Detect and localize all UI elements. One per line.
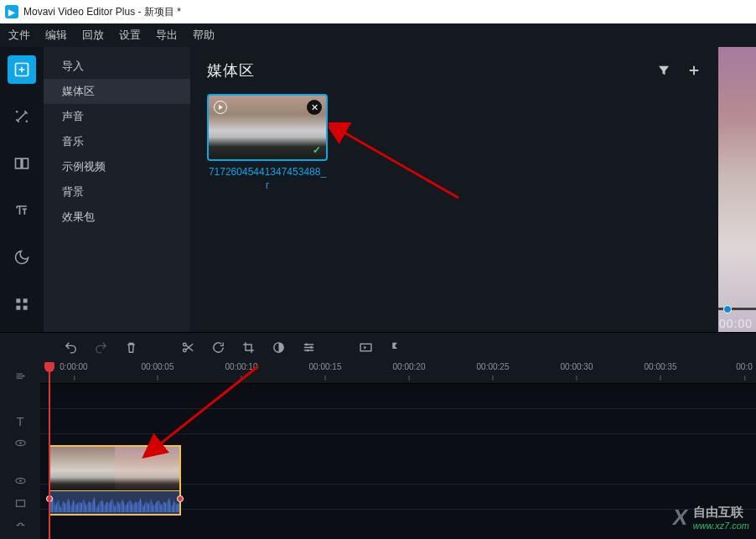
undo-button[interactable] bbox=[57, 336, 84, 360]
svg-point-20 bbox=[19, 480, 22, 483]
svg-point-2 bbox=[26, 121, 28, 123]
timeline-body[interactable]: 0:00:00 00:00:05 00:00:10 00:00:15 00:00… bbox=[40, 362, 756, 539]
ruler-tick: 00:00:05 bbox=[142, 362, 174, 371]
clip-audio-waveform bbox=[50, 490, 179, 514]
watermark-logo: X bbox=[671, 505, 691, 531]
svg-line-9 bbox=[341, 131, 458, 198]
sidebar-item-music[interactable]: 音乐 bbox=[44, 129, 190, 154]
svg-rect-4 bbox=[23, 158, 28, 168]
transition-icon bbox=[13, 155, 30, 172]
preview-panel: 00:00 bbox=[718, 47, 756, 332]
play-overlay-icon[interactable] bbox=[214, 101, 227, 114]
media-clip-card[interactable]: ✓ 71726045441347453488_r bbox=[207, 94, 328, 192]
timeline: T 0:00:00 00:00:05 00:00:10 00:00:15 00:… bbox=[0, 362, 756, 539]
clip-trim-right[interactable] bbox=[177, 495, 184, 502]
menu-file[interactable]: 文件 bbox=[8, 28, 30, 43]
video-track-icon[interactable] bbox=[8, 495, 32, 511]
add-track-button[interactable] bbox=[8, 367, 32, 384]
link-track-icon[interactable] bbox=[8, 517, 32, 534]
rail-more-button[interactable] bbox=[8, 290, 36, 319]
split-button[interactable] bbox=[174, 336, 201, 360]
add-icon[interactable] bbox=[686, 63, 702, 78]
grid-icon bbox=[13, 296, 30, 313]
watermark-url: www.xz7.com bbox=[693, 521, 749, 531]
moon-icon bbox=[13, 249, 30, 266]
media-clip-label: 71726045441347453488_r bbox=[207, 166, 328, 192]
filter-icon[interactable] bbox=[656, 63, 671, 78]
title-track[interactable] bbox=[40, 409, 756, 434]
plus-square-icon bbox=[13, 61, 30, 78]
rail-titles-button[interactable] bbox=[8, 196, 36, 225]
timeline-left-rail: T bbox=[0, 362, 40, 539]
rail-stickers-button[interactable] bbox=[8, 243, 36, 272]
text-icon bbox=[13, 202, 30, 219]
tool-rail bbox=[0, 47, 44, 332]
window-title: Movavi Video Editor Plus - 新项目 * bbox=[23, 5, 181, 19]
preview-time: 00:00 bbox=[719, 317, 753, 330]
svg-point-15 bbox=[306, 350, 308, 352]
crop-button[interactable] bbox=[235, 336, 261, 360]
sidebar-item-sounds[interactable]: 声音 bbox=[44, 104, 190, 129]
transition-wizard-button[interactable] bbox=[352, 336, 379, 360]
video-track-visibility[interactable] bbox=[8, 473, 32, 490]
panel-title: 媒体区 bbox=[207, 60, 255, 80]
main-area: 导入 媒体区 声音 音乐 示例视频 背景 效果包 媒体区 ✓ 717260454… bbox=[0, 47, 756, 332]
menu-playback[interactable]: 回放 bbox=[82, 28, 104, 43]
timeline-toolbar bbox=[0, 332, 756, 362]
timeline-clip[interactable] bbox=[49, 445, 181, 516]
ruler-tick: 0:00:00 bbox=[60, 362, 87, 371]
overlay-track[interactable] bbox=[40, 384, 756, 409]
remove-clip-button[interactable] bbox=[307, 100, 322, 115]
redo-button[interactable] bbox=[87, 336, 114, 360]
playhead[interactable] bbox=[49, 362, 50, 539]
watermark: X 自由互联 www.xz7.com bbox=[673, 505, 749, 531]
clip-properties-button[interactable] bbox=[295, 336, 322, 360]
ruler-tick: 00:00:15 bbox=[309, 362, 342, 371]
rail-transitions-button[interactable] bbox=[8, 149, 36, 178]
watermark-text: 自由互联 bbox=[693, 505, 743, 519]
sidebar-item-backgrounds[interactable]: 背景 bbox=[44, 179, 190, 205]
clip-video-thumbs bbox=[50, 447, 179, 490]
svg-point-18 bbox=[19, 442, 22, 444]
preview-seek-knob[interactable] bbox=[723, 305, 732, 314]
svg-point-14 bbox=[309, 346, 312, 349]
marker-button[interactable] bbox=[382, 336, 409, 360]
media-panel: 媒体区 ✓ 71726045441347453488_r bbox=[190, 47, 718, 332]
window-titlebar: ▶ Movavi Video Editor Plus - 新项目 * bbox=[0, 0, 756, 23]
delete-button[interactable] bbox=[117, 336, 144, 360]
ruler-tick: 00:0 bbox=[736, 362, 752, 371]
timeline-ruler[interactable]: 0:00:00 00:00:05 00:00:10 00:00:15 00:00… bbox=[40, 362, 756, 384]
menu-export[interactable]: 导出 bbox=[156, 28, 178, 43]
menu-settings[interactable]: 设置 bbox=[119, 28, 141, 43]
sidebar-item-media[interactable]: 媒体区 bbox=[44, 79, 190, 104]
menu-help[interactable]: 帮助 bbox=[193, 28, 215, 43]
text-track-visibility[interactable] bbox=[8, 434, 32, 451]
media-thumbnail[interactable]: ✓ bbox=[207, 94, 328, 161]
sidebar-item-effects[interactable]: 效果包 bbox=[44, 205, 190, 230]
annotation-arrow-1 bbox=[329, 122, 463, 206]
ruler-tick: 00:00:30 bbox=[561, 362, 593, 371]
svg-point-1 bbox=[16, 111, 18, 113]
sidebar-item-import[interactable]: 导入 bbox=[44, 54, 190, 79]
rail-import-button[interactable] bbox=[8, 55, 36, 84]
svg-rect-5 bbox=[16, 298, 20, 303]
menu-bar: 文件 编辑 回放 设置 导出 帮助 bbox=[0, 23, 756, 47]
menu-edit[interactable]: 编辑 bbox=[45, 28, 67, 43]
svg-rect-8 bbox=[23, 306, 28, 310]
sidebar-item-sample-video[interactable]: 示例视频 bbox=[44, 154, 190, 179]
used-check-icon: ✓ bbox=[313, 144, 321, 156]
side-list: 导入 媒体区 声音 音乐 示例视频 背景 效果包 bbox=[44, 47, 190, 230]
svg-rect-7 bbox=[16, 306, 20, 310]
side-panel: 导入 媒体区 声音 音乐 示例视频 背景 效果包 bbox=[44, 47, 190, 332]
wand-icon bbox=[13, 108, 30, 125]
rail-filters-button[interactable] bbox=[8, 102, 36, 131]
ruler-tick: 00:00:25 bbox=[477, 362, 510, 371]
text-track-icon[interactable]: T bbox=[8, 412, 32, 429]
rotate-button[interactable] bbox=[205, 336, 231, 360]
preview-image bbox=[718, 47, 756, 332]
svg-rect-3 bbox=[16, 158, 22, 168]
ruler-tick: 00:00:35 bbox=[645, 362, 677, 371]
ruler-tick: 00:00:10 bbox=[225, 362, 258, 371]
color-adjust-button[interactable] bbox=[265, 336, 292, 360]
svg-rect-21 bbox=[16, 500, 24, 507]
